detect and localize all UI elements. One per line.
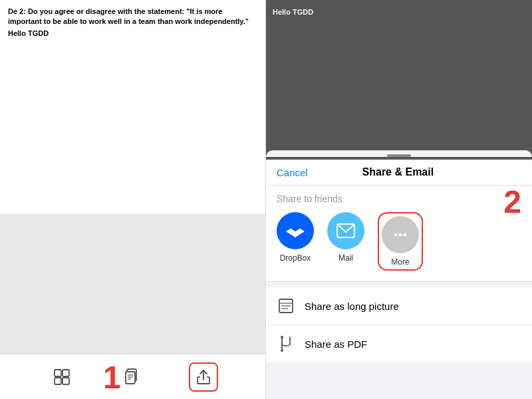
document-icon-button[interactable] <box>118 362 147 392</box>
share-pdf-label: Share as PDF <box>305 338 367 350</box>
left-gray-area <box>0 214 265 354</box>
drag-handle <box>387 154 411 157</box>
dropbox-icon-circle[interactable] <box>277 212 314 249</box>
svg-rect-1 <box>63 370 69 376</box>
share-button[interactable] <box>189 362 218 392</box>
dropbox-label: DropBox <box>280 253 311 263</box>
svg-point-17 <box>399 233 402 237</box>
mail-label: Mail <box>338 253 353 263</box>
dropbox-share-item[interactable]: DropBox <box>277 212 314 263</box>
right-doc-header: Hello TGDD <box>266 0 532 23</box>
mail-share-item[interactable]: Mail <box>327 212 364 263</box>
share-icons-row: DropBox Mail <box>266 207 532 281</box>
grid-icon-button[interactable] <box>47 362 76 392</box>
right-doc-top: Hello TGDD <box>266 0 532 160</box>
svg-point-18 <box>404 233 407 237</box>
sheet-body: Share to friends DropBox <box>266 186 532 399</box>
mail-icon-circle[interactable] <box>327 212 364 249</box>
dropbox-icon <box>285 221 305 241</box>
left-hello-text: Hello TGDD <box>8 29 257 39</box>
right-hello-text: Hello TGDD <box>273 8 313 16</box>
sheet-title: Share & Email <box>362 166 434 178</box>
svg-rect-0 <box>55 370 61 376</box>
svg-point-23 <box>281 336 283 338</box>
share-to-friends-label: Share to friends <box>266 186 532 207</box>
cancel-button[interactable]: Cancel <box>277 167 308 178</box>
long-picture-icon <box>277 297 295 315</box>
svg-rect-2 <box>55 378 61 384</box>
more-dots-icon <box>391 225 410 244</box>
left-doc-area: De 2: Do you agree or disagree with the … <box>0 0 265 214</box>
pdf-icon <box>277 334 295 353</box>
more-share-item[interactable]: More <box>378 212 423 271</box>
right-panel: Hello TGDD Cancel Share & Email Share to… <box>266 0 532 399</box>
more-label: More <box>391 257 409 267</box>
left-panel: De 2: Do you agree or disagree with the … <box>0 0 266 399</box>
mail-icon <box>336 223 355 238</box>
left-bottom-bar: 1 <box>0 354 265 399</box>
share-sheet: Cancel Share & Email Share to friends <box>266 157 532 399</box>
document-icon <box>124 368 141 386</box>
more-icon-circle[interactable] <box>382 216 419 253</box>
svg-rect-8 <box>126 372 135 384</box>
svg-rect-3 <box>63 378 69 384</box>
svg-point-16 <box>394 233 398 237</box>
share-pdf-row[interactable]: Share as PDF <box>266 325 532 362</box>
pdf-svg <box>278 336 294 352</box>
share-long-picture-row[interactable]: Share as long picture <box>266 287 532 325</box>
share-icon <box>195 368 212 386</box>
share-long-picture-label: Share as long picture <box>305 301 399 312</box>
doc-question-text: De 2: Do you agree or disagree with the … <box>8 7 257 27</box>
grid-icon <box>53 368 70 386</box>
long-picture-svg <box>278 298 294 314</box>
sheet-header: Cancel Share & Email <box>266 157 532 186</box>
